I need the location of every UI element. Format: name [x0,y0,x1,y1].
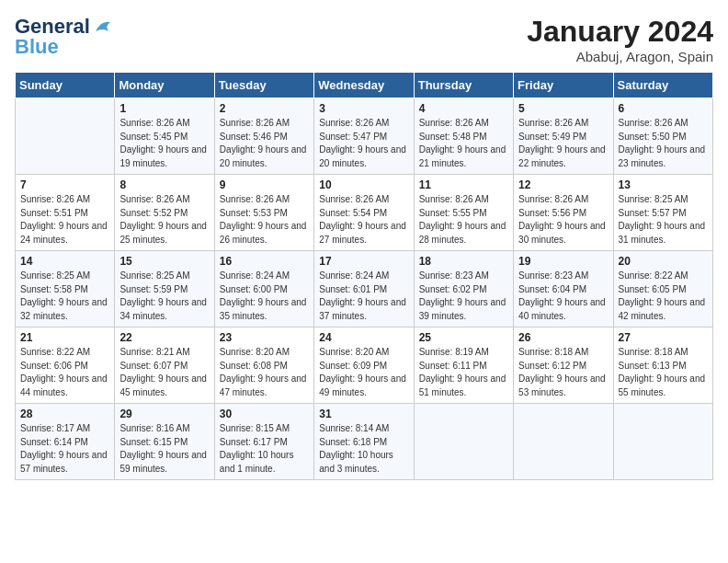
day-number: 23 [220,331,309,344]
calendar-cell: 22Sunrise: 8:21 AM Sunset: 6:07 PM Dayli… [115,327,214,404]
day-number: 29 [119,408,209,420]
day-number: 26 [518,331,608,344]
day-number: 15 [119,255,209,268]
weekday-header-tuesday: Tuesday [214,73,313,98]
cell-sun-info: Sunrise: 8:14 AM Sunset: 6:18 PM Dayligh… [319,422,408,476]
day-number: 21 [20,331,109,344]
cell-sun-info: Sunrise: 8:21 AM Sunset: 6:07 PM Dayligh… [119,346,209,399]
day-number: 10 [319,178,408,191]
logo: General Blue [15,15,112,59]
calendar-cell: 29Sunrise: 8:16 AM Sunset: 6:15 PM Dayli… [115,404,214,480]
calendar-week-row: 21Sunrise: 8:22 AM Sunset: 6:06 PM Dayli… [16,327,713,404]
weekday-header-saturday: Saturday [613,73,712,98]
cell-sun-info: Sunrise: 8:17 AM Sunset: 6:14 PM Dayligh… [20,422,109,476]
cell-sun-info: Sunrise: 8:18 AM Sunset: 6:13 PM Dayligh… [619,346,708,399]
cell-sun-info: Sunrise: 8:25 AM Sunset: 5:59 PM Dayligh… [119,270,209,323]
cell-sun-info: Sunrise: 8:26 AM Sunset: 5:49 PM Dayligh… [518,117,608,170]
calendar-cell [414,404,513,480]
cell-sun-info: Sunrise: 8:16 AM Sunset: 6:15 PM Dayligh… [119,422,209,476]
calendar-week-row: 28Sunrise: 8:17 AM Sunset: 6:14 PM Dayli… [16,404,713,480]
day-number: 12 [518,178,608,191]
calendar-cell: 17Sunrise: 8:24 AM Sunset: 6:01 PM Dayli… [314,251,414,327]
day-number: 7 [20,178,109,191]
day-number: 5 [518,102,608,115]
day-number: 24 [319,331,408,344]
cell-sun-info: Sunrise: 8:26 AM Sunset: 5:54 PM Dayligh… [319,193,408,247]
day-number: 4 [419,102,508,115]
calendar-cell: 16Sunrise: 8:24 AM Sunset: 6:00 PM Dayli… [214,251,313,327]
calendar-cell: 18Sunrise: 8:23 AM Sunset: 6:02 PM Dayli… [414,251,513,327]
calendar-cell: 21Sunrise: 8:22 AM Sunset: 6:06 PM Dayli… [16,327,115,404]
calendar-cell [16,98,115,175]
calendar-cell: 5Sunrise: 8:26 AM Sunset: 5:49 PM Daylig… [514,98,613,175]
cell-sun-info: Sunrise: 8:24 AM Sunset: 6:00 PM Dayligh… [220,270,309,323]
calendar-week-row: 7Sunrise: 8:26 AM Sunset: 5:51 PM Daylig… [16,175,713,251]
logo-bird-icon [92,18,112,35]
calendar-cell: 12Sunrise: 8:26 AM Sunset: 5:56 PM Dayli… [514,175,613,251]
day-number: 8 [119,178,209,191]
cell-sun-info: Sunrise: 8:26 AM Sunset: 5:47 PM Dayligh… [319,117,408,170]
calendar-cell [613,404,712,480]
calendar-cell: 2Sunrise: 8:26 AM Sunset: 5:46 PM Daylig… [214,98,313,175]
calendar-cell: 9Sunrise: 8:26 AM Sunset: 5:53 PM Daylig… [214,175,313,251]
day-number: 22 [119,331,209,344]
calendar-cell: 24Sunrise: 8:20 AM Sunset: 6:09 PM Dayli… [314,327,414,404]
day-number: 14 [20,255,109,268]
day-number: 31 [319,408,408,420]
day-number: 16 [220,255,309,268]
day-number: 28 [20,408,109,420]
calendar-table: SundayMondayTuesdayWednesdayThursdayFrid… [15,72,713,480]
day-number: 13 [619,178,708,191]
calendar-cell: 26Sunrise: 8:18 AM Sunset: 6:12 PM Dayli… [514,327,613,404]
cell-sun-info: Sunrise: 8:26 AM Sunset: 5:46 PM Dayligh… [220,117,309,170]
day-number: 9 [220,178,309,191]
calendar-cell: 14Sunrise: 8:25 AM Sunset: 5:58 PM Dayli… [16,251,115,327]
calendar-cell: 7Sunrise: 8:26 AM Sunset: 5:51 PM Daylig… [16,175,115,251]
cell-sun-info: Sunrise: 8:19 AM Sunset: 6:11 PM Dayligh… [419,346,508,399]
cell-sun-info: Sunrise: 8:26 AM Sunset: 5:51 PM Dayligh… [20,193,109,247]
calendar-cell: 10Sunrise: 8:26 AM Sunset: 5:54 PM Dayli… [314,175,414,251]
month-title: January 2024 [527,15,713,49]
cell-sun-info: Sunrise: 8:23 AM Sunset: 6:04 PM Dayligh… [518,270,608,323]
day-number: 11 [419,178,508,191]
cell-sun-info: Sunrise: 8:15 AM Sunset: 6:17 PM Dayligh… [220,422,309,476]
cell-sun-info: Sunrise: 8:26 AM Sunset: 5:55 PM Dayligh… [419,193,508,247]
day-number: 2 [220,102,309,115]
calendar-cell: 19Sunrise: 8:23 AM Sunset: 6:04 PM Dayli… [514,251,613,327]
weekday-header-wednesday: Wednesday [314,73,414,98]
calendar-cell: 31Sunrise: 8:14 AM Sunset: 6:18 PM Dayli… [314,404,414,480]
calendar-cell: 13Sunrise: 8:25 AM Sunset: 5:57 PM Dayli… [613,175,712,251]
logo-blue: Blue [15,35,59,59]
day-number: 18 [419,255,508,268]
cell-sun-info: Sunrise: 8:20 AM Sunset: 6:08 PM Dayligh… [220,346,309,399]
cell-sun-info: Sunrise: 8:26 AM Sunset: 5:52 PM Dayligh… [119,193,209,247]
weekday-header-row: SundayMondayTuesdayWednesdayThursdayFrid… [16,73,713,98]
calendar-cell: 11Sunrise: 8:26 AM Sunset: 5:55 PM Dayli… [414,175,513,251]
calendar-cell: 28Sunrise: 8:17 AM Sunset: 6:14 PM Dayli… [16,404,115,480]
cell-sun-info: Sunrise: 8:18 AM Sunset: 6:12 PM Dayligh… [518,346,608,399]
calendar-cell: 3Sunrise: 8:26 AM Sunset: 5:47 PM Daylig… [314,98,414,175]
cell-sun-info: Sunrise: 8:26 AM Sunset: 5:56 PM Dayligh… [518,193,608,247]
calendar-cell: 30Sunrise: 8:15 AM Sunset: 6:17 PM Dayli… [214,404,313,480]
calendar-cell [514,404,613,480]
cell-sun-info: Sunrise: 8:26 AM Sunset: 5:53 PM Dayligh… [220,193,309,247]
calendar-cell: 25Sunrise: 8:19 AM Sunset: 6:11 PM Dayli… [414,327,513,404]
location-subtitle: Ababuj, Aragon, Spain [527,49,713,64]
weekday-header-sunday: Sunday [16,73,115,98]
day-number: 20 [619,255,708,268]
calendar-week-row: 14Sunrise: 8:25 AM Sunset: 5:58 PM Dayli… [16,251,713,327]
cell-sun-info: Sunrise: 8:23 AM Sunset: 6:02 PM Dayligh… [419,270,508,323]
calendar-cell: 27Sunrise: 8:18 AM Sunset: 6:13 PM Dayli… [613,327,712,404]
weekday-header-monday: Monday [115,73,214,98]
calendar-week-row: 1Sunrise: 8:26 AM Sunset: 5:45 PM Daylig… [16,98,713,175]
cell-sun-info: Sunrise: 8:25 AM Sunset: 5:57 PM Dayligh… [619,193,708,247]
calendar-cell: 23Sunrise: 8:20 AM Sunset: 6:08 PM Dayli… [214,327,313,404]
day-number: 19 [518,255,608,268]
page-header: General Blue January 2024 Ababuj, Aragon… [15,15,713,64]
cell-sun-info: Sunrise: 8:22 AM Sunset: 6:05 PM Dayligh… [619,270,708,323]
weekday-header-thursday: Thursday [414,73,513,98]
weekday-header-friday: Friday [514,73,613,98]
calendar-cell: 20Sunrise: 8:22 AM Sunset: 6:05 PM Dayli… [613,251,712,327]
calendar-cell: 8Sunrise: 8:26 AM Sunset: 5:52 PM Daylig… [115,175,214,251]
day-number: 1 [119,102,209,115]
